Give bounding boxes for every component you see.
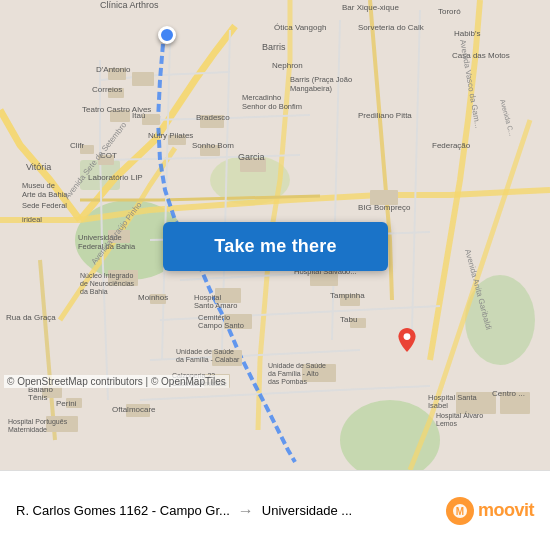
svg-text:Oftalmocare: Oftalmocare	[112, 405, 156, 414]
svg-rect-7	[132, 72, 154, 86]
svg-text:Laboratório LIP: Laboratório LIP	[88, 173, 143, 182]
svg-text:Nutry Pilates: Nutry Pilates	[148, 131, 193, 140]
svg-text:Perini: Perini	[56, 399, 77, 408]
svg-text:Federação: Federação	[432, 141, 471, 150]
svg-text:Santo Amaro: Santo Amaro	[194, 301, 237, 310]
map-copyright: © OpenStreetMap contributors | © OpenMap…	[4, 375, 229, 388]
svg-text:Barris (Praça João: Barris (Praça João	[290, 75, 352, 84]
svg-text:Campo Santo: Campo Santo	[198, 321, 244, 330]
svg-text:Moinhos: Moinhos	[138, 293, 168, 302]
svg-text:Prediliano Pitta: Prediliano Pitta	[358, 111, 412, 120]
svg-text:Garcia: Garcia	[238, 152, 265, 162]
moovit-icon: M	[446, 497, 474, 525]
svg-text:da Família - Calabar: da Família - Calabar	[176, 356, 240, 363]
svg-text:das Pombas: das Pombas	[268, 378, 307, 385]
svg-text:da Família - Alto: da Família - Alto	[268, 370, 319, 377]
svg-text:Senhor do Bonfim: Senhor do Bonfim	[242, 102, 302, 111]
svg-text:Clínica Arthros: Clínica Arthros	[100, 0, 159, 10]
map-container: Clínica Arthros Bar Xique-xique Tororó Ó…	[0, 0, 550, 470]
svg-text:Clifr: Clifr	[70, 141, 85, 150]
bottom-bar: R. Carlos Gomes 1162 - Campo Gr... → Uni…	[0, 470, 550, 550]
svg-text:Isabel: Isabel	[428, 401, 448, 410]
svg-text:Habib's: Habib's	[454, 29, 480, 38]
svg-text:Museu de: Museu de	[22, 181, 55, 190]
svg-text:Centro ...: Centro ...	[492, 389, 525, 398]
svg-text:Sorveteria do Calk: Sorveteria do Calk	[358, 23, 425, 32]
svg-text:Lemos: Lemos	[436, 420, 458, 427]
svg-text:Correios: Correios	[92, 85, 122, 94]
svg-text:Hospital Álvaro: Hospital Álvaro	[436, 411, 483, 420]
svg-text:Arte da Bahia: Arte da Bahia	[22, 190, 68, 199]
svg-text:Bar Xique-xique: Bar Xique-xique	[342, 3, 399, 12]
svg-text:irideal: irideal	[22, 215, 42, 224]
svg-text:Rua da Graça: Rua da Graça	[6, 313, 56, 322]
svg-text:Mangabeira): Mangabeira)	[290, 84, 333, 93]
svg-text:Bradesco: Bradesco	[196, 113, 230, 122]
svg-text:Tênis: Tênis	[28, 393, 48, 402]
svg-text:Itaú: Itaú	[132, 111, 145, 120]
svg-text:Unidade de Saúde: Unidade de Saúde	[268, 362, 326, 369]
svg-text:Núcleo Integrado: Núcleo Integrado	[80, 272, 133, 280]
svg-text:Unidade de Saúde: Unidade de Saúde	[176, 348, 234, 355]
svg-text:Ótica Vangogh: Ótica Vangogh	[274, 23, 326, 32]
svg-text:Nephron: Nephron	[272, 61, 303, 70]
destination-marker	[397, 328, 417, 352]
moovit-logo: M moovit	[446, 497, 534, 525]
svg-text:Hospital Português: Hospital Português	[8, 418, 68, 426]
svg-text:Sonho Bom: Sonho Bom	[192, 141, 234, 150]
svg-text:Vitória: Vitória	[26, 162, 51, 172]
route-info: R. Carlos Gomes 1162 - Campo Gr... → Uni…	[16, 502, 438, 520]
svg-text:Tampinha: Tampinha	[330, 291, 365, 300]
svg-text:Tabu: Tabu	[340, 315, 357, 324]
svg-text:Tororó: Tororó	[438, 7, 461, 16]
svg-text:da Bahia: da Bahia	[80, 288, 108, 295]
svg-text:Maternidade: Maternidade	[8, 426, 47, 433]
svg-text:Barris: Barris	[262, 42, 286, 52]
route-from-label: R. Carlos Gomes 1162 - Campo Gr...	[16, 503, 230, 518]
svg-text:de Neurociências: de Neurociências	[80, 280, 135, 287]
svg-point-108	[404, 333, 411, 340]
take-me-there-button[interactable]: Take me there	[163, 222, 388, 271]
svg-text:M: M	[456, 506, 464, 517]
svg-text:Mercadinho: Mercadinho	[242, 93, 281, 102]
route-arrow-icon: →	[238, 502, 254, 520]
svg-text:BIG Bompreço: BIG Bompreço	[358, 203, 411, 212]
svg-text:Sede Federal: Sede Federal	[22, 201, 67, 210]
svg-text:D'Antonio: D'Antonio	[96, 65, 131, 74]
origin-marker	[158, 26, 176, 44]
route-to-label: Universidade ...	[262, 503, 352, 518]
moovit-text: moovit	[478, 500, 534, 521]
